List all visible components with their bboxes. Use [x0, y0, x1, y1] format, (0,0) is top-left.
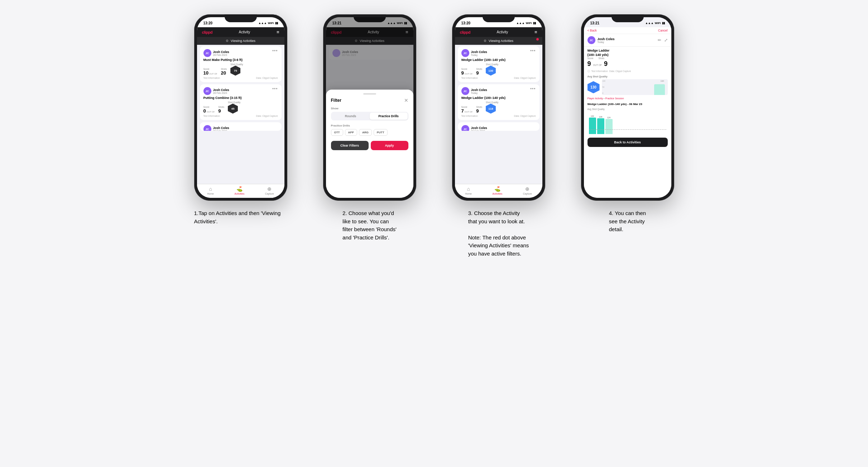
- avg-body-4: 130 100 50 0 130: [588, 79, 668, 95]
- avatar-1-1: JC: [203, 49, 211, 57]
- card-stats-1-1: Score 10 OUT OF Shots 20: [203, 63, 278, 76]
- nav-activities-label-1: Activities: [235, 192, 245, 195]
- status-time-4: 13:21: [590, 21, 600, 25]
- wifi-icon-4: WiFi: [655, 22, 661, 25]
- apply-button-2[interactable]: Apply: [371, 141, 408, 150]
- detail-big-shots-4: 9: [604, 60, 608, 68]
- edit-icon-4[interactable]: ✏: [658, 38, 661, 43]
- detail-title-row-4: Wedge Ladder(100–140 yds) Score Shots 9 …: [588, 49, 668, 68]
- app-logo-3: clippd: [460, 30, 470, 34]
- cancel-button-4[interactable]: Cancel: [658, 29, 667, 32]
- nav-activities-3[interactable]: ⛳ Activities: [493, 186, 503, 195]
- phone-notch-3: [483, 14, 515, 22]
- nav-capture-label-1: Capture: [265, 192, 274, 195]
- score-label-3-2: Score: [461, 106, 473, 108]
- battery-icon-4: ▮▮: [662, 22, 665, 25]
- shots-label-1-2: Shots: [218, 106, 224, 108]
- signal-icon-1: ▲▲▲: [258, 22, 267, 25]
- detail-info-text-4: Test Information: [591, 70, 608, 73]
- detail-outof-4: OUT OF: [593, 64, 602, 66]
- user-info-3-2: Josh Coles Today: [471, 88, 487, 94]
- back-button-4[interactable]: < Back: [588, 29, 597, 32]
- status-icons-4: ▲▲▲ WiFi ▮▮: [645, 22, 665, 25]
- nav-capture-3[interactable]: ⊕ Capture: [523, 186, 532, 195]
- score-label-1-2: Score: [203, 106, 215, 108]
- avatar-3-3: JC: [461, 125, 469, 131]
- footer-data-1-2: Data: Clippd Capture: [256, 115, 278, 117]
- step-2-column: 13:21 ▲▲▲ WiFi ▮▮ clippd Activity ≡ ⚙ Vi…: [312, 14, 427, 258]
- viewing-bar-3[interactable]: ⚙ Viewing Activities: [455, 37, 542, 45]
- battery-icon-1: ▮▮: [275, 22, 278, 25]
- user-info-1-3: Josh Coles 28 Feb 2023: [213, 126, 229, 131]
- filter-pill-app-2[interactable]: APP: [345, 129, 357, 136]
- footer-info-1-1: Test Information: [203, 77, 220, 79]
- card-dots-3-2[interactable]: •••: [530, 86, 536, 91]
- wifi-icon-1: WiFi: [268, 22, 274, 25]
- avatar-1-2: JC: [203, 87, 211, 95]
- shots-value-3-2: 9: [476, 108, 479, 114]
- filter-toggle-drills-2[interactable]: Practice Drills: [370, 113, 408, 120]
- shots-value-3-1: 9: [476, 70, 479, 76]
- menu-icon-1[interactable]: ≡: [277, 29, 279, 35]
- bottom-nav-3: ⌂ Home ⛳ Activities ⊕ Capture: [455, 184, 542, 198]
- caption-2: 2. Choose what you'd like to see. You ca…: [342, 209, 397, 242]
- caption-4: 4. You can then see the Activity detail.: [609, 209, 646, 234]
- filter-toggle-rounds-2[interactable]: Rounds: [332, 113, 370, 120]
- page-container: 13:20 ▲▲▲ WiFi ▮▮ clippd Activity ≡ ⚙ Vi…: [183, 14, 685, 258]
- card-user-3-3: JC Josh Coles 28 Feb 2023: [461, 125, 487, 131]
- score-label-1-1: Score: [203, 68, 217, 70]
- nav-home-3[interactable]: ⌂ Home: [465, 186, 472, 195]
- session-subtitle-4: Avg Shot Quality: [588, 108, 668, 110]
- viewing-bar-1[interactable]: ⚙ Viewing Activities: [197, 37, 284, 45]
- user-name-1-1: Josh Coles: [213, 50, 229, 54]
- close-icon-2[interactable]: ✕: [404, 97, 408, 103]
- menu-icon-3[interactable]: ≡: [534, 29, 537, 35]
- filter-actions-2: Clear Filters Apply: [331, 141, 408, 150]
- filter-icon-3: ⚙: [484, 39, 486, 43]
- user-name-1-3: Josh Coles: [213, 126, 229, 130]
- clear-filters-button-2[interactable]: Clear Filters: [331, 141, 369, 150]
- score-value-1-2: 0: [203, 108, 206, 114]
- card-user-1-2: JC Josh Coles 28 Feb 2023: [203, 87, 229, 95]
- filter-pill-arg-2[interactable]: ARG: [359, 129, 372, 136]
- session-title-4: Wedge Ladder (100–140 yds) - 06 Mar 23: [588, 103, 668, 106]
- activity-card-1-3[interactable]: JC Josh Coles 28 Feb 2023: [200, 122, 282, 131]
- nav-capture-1[interactable]: ⊕ Capture: [265, 186, 274, 195]
- activity-card-3-3[interactable]: JC Josh Coles 28 Feb 2023: [458, 122, 539, 131]
- filter-pill-putt-2[interactable]: PUTT: [374, 129, 388, 136]
- nav-home-1[interactable]: ⌂ Home: [207, 186, 214, 195]
- activity-card-3-1[interactable]: JC Josh Coles Today ••• Wedge Ladder (10…: [458, 46, 539, 82]
- user-name-3-1: Josh Coles: [471, 50, 487, 54]
- detail-shots-label-4: Shots: [598, 57, 604, 59]
- phone-4-screen: 13:21 ▲▲▲ WiFi ▮▮ < Back Cancel JC J: [584, 17, 671, 198]
- back-to-activities-button-4[interactable]: Back to Activities: [588, 138, 668, 147]
- red-dot-3: [536, 38, 539, 40]
- filter-header-2: Filter ✕: [331, 97, 408, 103]
- detail-score-values-4: 9 OUT OF 9: [588, 60, 668, 68]
- user-name-1-2: Josh Coles: [213, 88, 229, 92]
- activity-card-1-1[interactable]: JC Josh Coles 28 Feb 2023 ••• Must Make …: [200, 46, 282, 82]
- filter-toggle-group-2: Rounds Practice Drills: [331, 112, 408, 120]
- modal-handle-2[interactable]: [363, 93, 376, 95]
- card-stats-1-2: Score 0 OUT OF Shots 9: [203, 101, 278, 114]
- app-title-3: Activity: [497, 30, 508, 34]
- detail-user-left-4: JC Josh Coles Today: [588, 36, 615, 44]
- expand-icon-4[interactable]: ⤢: [664, 38, 668, 43]
- activity-card-3-2[interactable]: JC Josh Coles Today ••• Wedge Ladder (10…: [458, 84, 539, 120]
- filter-pill-ott-2[interactable]: OTT: [331, 129, 343, 136]
- phone-notch-1: [225, 14, 257, 22]
- card-dots-3-1[interactable]: •••: [530, 48, 536, 53]
- activity-card-1-2[interactable]: JC Josh Coles 28 Feb 2023 ••• Putting Co…: [200, 84, 282, 120]
- phone-3: 13:20 ▲▲▲ WiFi ▮▮ clippd Activity ≡ ⚙ Vi…: [452, 14, 545, 201]
- user-date-3-3: 28 Feb 2023: [471, 130, 487, 131]
- footer-info-1-2: Test Information: [203, 115, 220, 117]
- detail-action-icons-4: ✏ ⤢: [658, 38, 668, 43]
- card-dots-1-1[interactable]: •••: [272, 48, 278, 53]
- card-dots-1-2[interactable]: •••: [272, 86, 278, 91]
- app-title-1: Activity: [239, 30, 250, 34]
- footer-data-3-2: Data: Clippd Capture: [514, 115, 536, 117]
- bar-2-4: [597, 118, 604, 134]
- shots-value-1-2: 9: [218, 108, 221, 114]
- nav-activities-1[interactable]: ⛳ Activities: [235, 186, 245, 195]
- signal-icon-4: ▲▲▲: [645, 22, 654, 25]
